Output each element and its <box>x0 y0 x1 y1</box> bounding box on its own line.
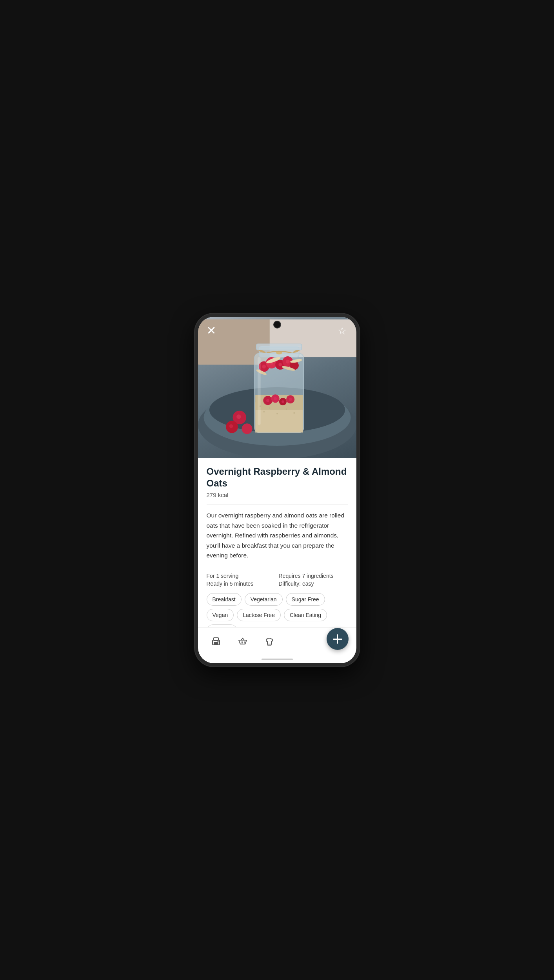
svg-point-51 <box>217 641 218 642</box>
svg-point-22 <box>289 398 292 401</box>
home-indicator <box>198 655 356 663</box>
chef-button[interactable] <box>263 635 276 648</box>
svg-rect-49 <box>214 642 218 645</box>
meta-grid: For 1 serving Requires 7 ingredients Rea… <box>207 573 348 587</box>
home-bar <box>262 659 293 660</box>
add-fab-button[interactable] <box>327 628 349 650</box>
tag-item[interactable]: Sugar Free <box>286 593 325 606</box>
svg-point-42 <box>259 405 261 407</box>
basket-button[interactable] <box>236 635 249 648</box>
svg-point-45 <box>276 413 278 414</box>
phone-inner: ☆ Overnight Raspberry & Almond Oats 279 … <box>198 317 356 663</box>
svg-point-40 <box>242 423 252 434</box>
svg-rect-55 <box>267 644 271 645</box>
print-button[interactable] <box>210 635 222 648</box>
tag-item[interactable]: Vegetarian <box>245 593 283 606</box>
bottom-navigation <box>198 627 356 655</box>
divider-2 <box>207 567 348 567</box>
recipe-calories: 279 kcal <box>207 492 348 498</box>
phone-frame: ☆ Overnight Raspberry & Almond Oats 279 … <box>195 314 360 666</box>
camera-notch <box>273 321 281 328</box>
tags-container: BreakfastVegetarianSugar FreeVeganLactos… <box>207 593 348 627</box>
svg-point-44 <box>269 407 270 408</box>
ingredients-info: Requires 7 ingredients <box>279 573 348 579</box>
hero-image: ☆ <box>198 317 356 458</box>
tag-item[interactable]: Vegan <box>207 609 234 621</box>
tag-item[interactable]: Breakfast <box>207 593 242 606</box>
recipe-content: Overnight Raspberry & Almond Oats 279 kc… <box>198 458 356 627</box>
svg-point-30 <box>278 363 282 367</box>
tag-item[interactable]: Clean Eating <box>284 609 327 621</box>
difficulty-info: Difficulty: easy <box>279 581 348 587</box>
svg-point-43 <box>263 411 265 413</box>
svg-point-28 <box>262 365 266 368</box>
close-button[interactable] <box>204 323 218 337</box>
svg-point-19 <box>266 399 269 402</box>
servings-info: For 1 serving <box>207 573 276 579</box>
tag-item[interactable]: Lactose Free <box>237 609 281 621</box>
svg-point-31 <box>286 360 290 364</box>
svg-rect-41 <box>257 357 260 425</box>
svg-point-39 <box>229 424 233 428</box>
svg-point-20 <box>274 397 277 400</box>
recipe-title: Overnight Raspberry & Almond Oats <box>207 466 348 489</box>
tag-item[interactable]: Dessert <box>207 624 237 627</box>
svg-point-47 <box>293 412 295 414</box>
svg-point-21 <box>282 400 284 403</box>
divider-1 <box>207 505 348 505</box>
favorite-button[interactable]: ☆ <box>335 324 349 338</box>
svg-point-46 <box>286 408 287 410</box>
ready-in-info: Ready in 5 minutes <box>207 581 276 587</box>
svg-rect-8 <box>256 344 302 350</box>
svg-point-37 <box>236 414 241 419</box>
recipe-description: Our overnight raspberry and almond oats … <box>207 510 348 561</box>
